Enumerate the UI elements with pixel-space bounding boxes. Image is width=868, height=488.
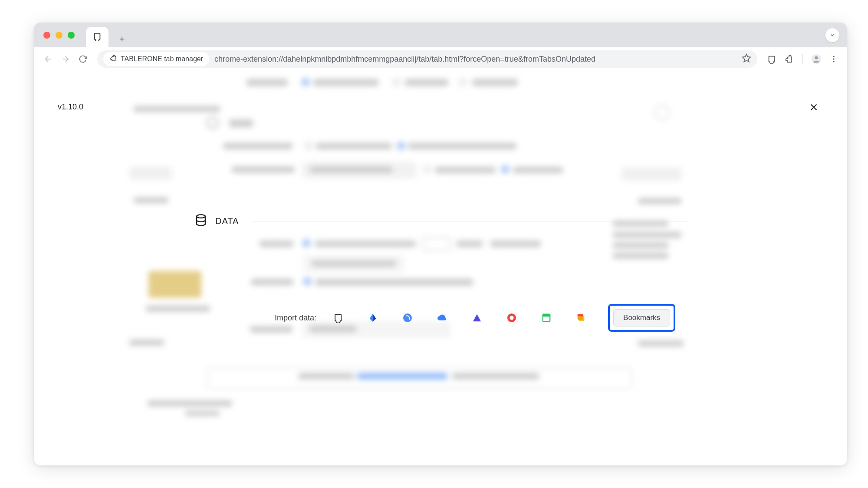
svg-point-6 (197, 215, 205, 218)
minimize-window-button[interactable] (56, 32, 62, 39)
workona-import-icon[interactable] (472, 313, 482, 323)
tablerone-import-icon[interactable] (333, 313, 343, 323)
reload-button[interactable] (76, 53, 89, 66)
close-button[interactable] (807, 101, 820, 114)
svg-point-9 (510, 316, 513, 320)
back-button[interactable] (42, 53, 55, 66)
database-icon (194, 214, 207, 228)
bookmarks-highlight: Bookmarks (608, 304, 675, 332)
browser-tab[interactable] (86, 27, 108, 47)
svg-point-3 (833, 56, 834, 57)
tablerone-extension-icon[interactable] (766, 53, 777, 65)
data-section-title: DATA (215, 216, 239, 226)
extensions-icon[interactable] (783, 53, 795, 65)
toby-import-icon[interactable] (506, 313, 517, 323)
tab-strip (86, 23, 130, 47)
extension-name: TABLERONE tab manager (121, 55, 203, 63)
new-tab-button[interactable] (114, 31, 130, 47)
svg-rect-14 (578, 314, 583, 317)
bookmarks-button[interactable]: Bookmarks (613, 309, 670, 326)
tabs-outliner-import-icon[interactable] (541, 313, 552, 323)
browser-window: TABLERONE tab manager chrome-extension:/… (34, 23, 847, 465)
import-data-row: Import data: (275, 304, 675, 332)
tab-session-manager-import-icon[interactable] (576, 313, 586, 323)
svg-rect-11 (543, 314, 550, 317)
extension-icon (109, 54, 117, 64)
svg-point-7 (403, 313, 412, 322)
mac-window-controls (43, 32, 75, 39)
svg-point-2 (815, 56, 818, 59)
data-section: DATA Import data: (194, 214, 689, 228)
menu-icon[interactable] (828, 53, 839, 65)
forward-button[interactable] (59, 53, 72, 66)
section-divider (253, 221, 689, 221)
onetab-import-icon[interactable] (368, 313, 378, 323)
divider (802, 54, 803, 64)
cloud-import-icon[interactable] (437, 313, 447, 323)
svg-point-4 (833, 58, 834, 59)
svg-marker-0 (743, 54, 750, 62)
profile-icon[interactable] (811, 53, 822, 65)
toolbar-right (766, 53, 839, 65)
page-content: v1.10.0 DATA Import data: (34, 71, 847, 465)
browser-toolbar: TABLERONE tab manager chrome-extension:/… (34, 47, 847, 71)
tablerone-icon (92, 32, 102, 43)
maximize-window-button[interactable] (68, 32, 75, 39)
svg-point-5 (833, 61, 834, 62)
title-bar (34, 23, 847, 47)
tabs-dropdown-button[interactable] (825, 28, 839, 42)
version-label: v1.10.0 (58, 102, 83, 112)
import-data-label: Import data: (275, 313, 316, 323)
url-bar[interactable]: TABLERONE tab manager chrome-extension:/… (97, 50, 757, 68)
close-window-button[interactable] (43, 32, 50, 39)
url-text: chrome-extension://dahelnpkmnibpdmbhfmce… (214, 55, 595, 64)
session-buddy-import-icon[interactable] (402, 313, 413, 323)
extension-badge: TABLERONE tab manager (103, 52, 209, 66)
star-icon[interactable] (742, 53, 751, 65)
